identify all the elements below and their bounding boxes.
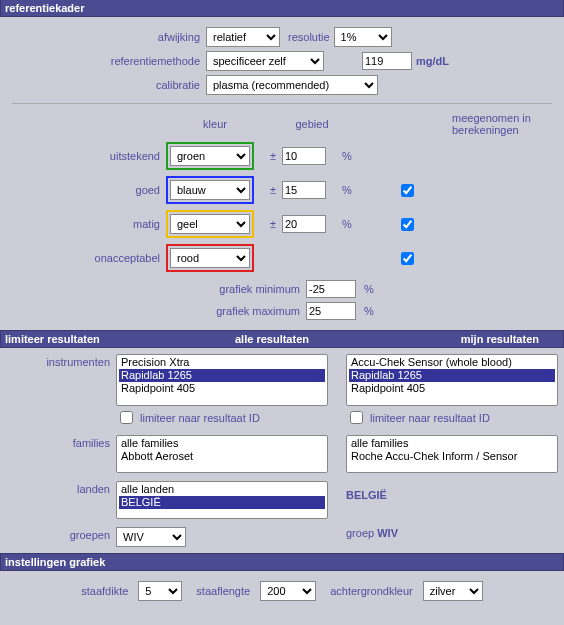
label-families: families xyxy=(6,435,116,449)
chk-onacceptabel[interactable] xyxy=(401,252,414,265)
pct-2: % xyxy=(342,184,362,196)
row-referentiemethode: referentiemethode specificeer zelf mg/dL xyxy=(6,51,558,71)
value-land-mine: BELGIË xyxy=(346,481,558,501)
hdr-kleur: kleur xyxy=(166,118,264,130)
chk-matig[interactable] xyxy=(401,218,414,231)
label-staafdikte: staafdikte xyxy=(81,585,134,597)
select-colour-goed[interactable]: blauw xyxy=(170,180,250,200)
select-staafdikte[interactable]: 5 xyxy=(138,581,182,601)
select-calibratie[interactable]: plasma (recommended) xyxy=(206,75,378,95)
pct-min: % xyxy=(356,283,378,295)
select-colour-matig[interactable]: geel xyxy=(170,214,250,234)
chk-limiteer-id-all[interactable] xyxy=(120,411,133,424)
chk-goed[interactable] xyxy=(401,184,414,197)
row-calibratie: calibratie plasma (recommended) xyxy=(6,75,558,95)
referentiekader-body: afwijking relatief resolutie 1% referent… xyxy=(0,17,564,330)
input-ref-value[interactable] xyxy=(362,52,412,70)
pct-1: % xyxy=(342,150,362,162)
select-afwijking[interactable]: relatief xyxy=(206,27,280,47)
grafiek-body: staafdikte 5 staaflengte 200 achtergrond… xyxy=(0,571,564,611)
chk-limiteer-id-mine[interactable] xyxy=(350,411,363,424)
label-afwijking: afwijking xyxy=(6,31,206,43)
hdr-meegenomen: meegenomen in berekeningen xyxy=(452,112,558,136)
label-landen: landen xyxy=(6,481,116,495)
row-afwijking: afwijking relatief resolutie 1% xyxy=(6,27,558,47)
section-header-referentiekader: referentiekader xyxy=(0,0,564,17)
list-instrumenten-mine[interactable]: Accu-Chek Sensor (whole blood)Rapidlab 1… xyxy=(346,354,558,406)
hdr-gebied: gebied xyxy=(282,118,342,130)
input-gebied-goed[interactable] xyxy=(282,181,326,199)
pm-3: ± xyxy=(264,218,282,230)
select-staaflengte[interactable]: 200 xyxy=(260,581,316,601)
input-gebied-matig[interactable] xyxy=(282,215,326,233)
label-staaflengte: staaflengte xyxy=(186,585,256,597)
select-resolutie[interactable]: 1% xyxy=(334,27,392,47)
value-groep-mine: WIV xyxy=(377,527,398,539)
list-landen-all[interactable]: alle landenBELGIË xyxy=(116,481,328,519)
label-grafiek-max: grafiek maximum xyxy=(6,305,306,317)
label-calibratie: calibratie xyxy=(6,79,206,91)
section-header-grafiek: instellingen grafiek xyxy=(0,553,564,571)
row-grafiek-max: grafiek maximum % xyxy=(6,302,558,320)
input-grafiek-max[interactable] xyxy=(306,302,356,320)
header-referentiekader-label: referentiekader xyxy=(5,2,85,14)
label-referentiemethode: referentiemethode xyxy=(6,55,206,67)
pct-max: % xyxy=(356,305,378,317)
label-achtergrondkleur: achtergrondkleur xyxy=(320,585,419,597)
label-uitstekend: uitstekend xyxy=(6,150,166,162)
row-grafiek-min: grafiek minimum % xyxy=(6,280,558,298)
label-onacceptabel: onacceptabel xyxy=(6,252,166,264)
list-families-all[interactable]: alle familiesAbbott Aeroset xyxy=(116,435,328,473)
select-achtergrondkleur[interactable]: zilver xyxy=(423,581,483,601)
input-grafiek-min[interactable] xyxy=(306,280,356,298)
section-header-limiteer: limiteer resultaten alle resultaten mijn… xyxy=(0,330,564,348)
hdr-mijn: mijn resultaten xyxy=(361,333,559,345)
pm-2: ± xyxy=(264,184,282,196)
label-resolutie: resolutie xyxy=(280,31,334,43)
hdr-alle: alle resultaten xyxy=(183,333,361,345)
select-colour-onacceptabel[interactable]: rood xyxy=(170,248,250,268)
label-mgdl: mg/dL xyxy=(412,55,449,67)
label-grafiek-min: grafiek minimum xyxy=(6,283,306,295)
label-groep: groep xyxy=(346,527,374,539)
list-families-mine[interactable]: alle familiesRoche Accu-Chek Inform / Se… xyxy=(346,435,558,473)
separator xyxy=(12,103,552,104)
label-instrumenten: instrumenten xyxy=(6,354,116,368)
results-body: instrumenten Precision XtraRapidlab 1265… xyxy=(0,348,564,553)
label-goed: goed xyxy=(6,184,166,196)
label-matig: matig xyxy=(6,218,166,230)
select-colour-uitstekend[interactable]: groen xyxy=(170,146,250,166)
hdr-limiteer: limiteer resultaten xyxy=(5,333,183,345)
select-referentiemethode[interactable]: specificeer zelf xyxy=(206,51,324,71)
select-groepen-all[interactable]: WIV xyxy=(116,527,186,547)
colour-grid: kleur gebied meegenomen in berekeningen … xyxy=(6,112,558,272)
pct-3: % xyxy=(342,218,362,230)
label-limiteer-id-mine: limiteer naar resultaat ID xyxy=(370,412,490,424)
hdr-grafiek: instellingen grafiek xyxy=(5,556,105,568)
label-limiteer-id-all: limiteer naar resultaat ID xyxy=(140,412,260,424)
list-instrumenten-all[interactable]: Precision XtraRapidlab 1265Rapidpoint 40… xyxy=(116,354,328,406)
input-gebied-uitstekend[interactable] xyxy=(282,147,326,165)
pm-1: ± xyxy=(264,150,282,162)
label-groepen: groepen xyxy=(6,527,116,541)
